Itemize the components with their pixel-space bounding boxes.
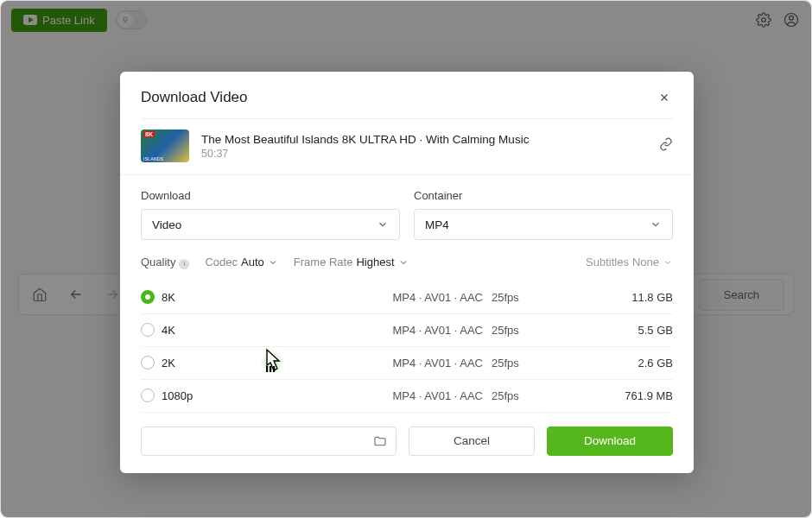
quality-row[interactable]: 2KMP4 · AV01 · AAC25fps2.6 GB — [141, 347, 673, 380]
close-icon — [658, 92, 670, 104]
quality-row[interactable]: 4KMP4 · AV01 · AAC25fps5.5 GB — [141, 314, 673, 347]
cancel-button[interactable]: Cancel — [409, 426, 535, 456]
container-select-label: Container — [414, 189, 673, 202]
subtitles-filter-label: Subtitles — [586, 256, 629, 268]
download-modal: Download Video The Most Beautiful Island… — [120, 72, 694, 473]
video-info-row: The Most Beautiful Islands 8K ULTRA HD ·… — [120, 119, 694, 174]
quality-fps: 25fps — [492, 357, 578, 370]
fps-filter[interactable]: Frame Rate Highest — [294, 256, 409, 268]
video-title: The Most Beautiful Islands 8K ULTRA HD ·… — [201, 133, 647, 146]
download-type-value: Video — [152, 218, 181, 231]
modal-title: Download Video — [141, 89, 248, 106]
video-duration: 50:37 — [201, 148, 647, 160]
modal-footer: Cancel Download — [120, 413, 694, 473]
radio-button[interactable] — [141, 290, 155, 304]
quality-fps: 25fps — [492, 389, 578, 402]
quality-label: 4K — [162, 324, 371, 337]
controls-row: Download Video Container MP4 — [120, 175, 694, 240]
quality-codec: MP4 · AV01 · AAC — [371, 357, 492, 370]
subtitles-filter-value: None — [632, 256, 659, 268]
folder-icon — [373, 434, 387, 448]
download-type-select[interactable]: Video — [141, 209, 400, 240]
quality-codec: MP4 · AV01 · AAC — [371, 291, 492, 304]
download-select-label: Download — [141, 189, 400, 202]
quality-row[interactable]: 8KMP4 · AV01 · AAC25fps11.8 GB — [141, 281, 673, 314]
video-thumbnail — [141, 130, 189, 162]
close-button[interactable] — [656, 89, 673, 106]
container-value: MP4 — [425, 218, 449, 231]
codec-filter-label: Codec — [205, 256, 238, 268]
quality-label: 8K — [162, 291, 371, 304]
chevron-down-icon — [650, 218, 662, 231]
quality-list: 8KMP4 · AV01 · AAC25fps11.8 GB4KMP4 · AV… — [120, 281, 694, 413]
info-icon: i — [179, 259, 189, 269]
quality-codec: MP4 · AV01 · AAC — [371, 324, 492, 337]
chevron-down-icon — [663, 257, 673, 268]
quality-label: 2K — [162, 357, 371, 370]
quality-size: 5.5 GB — [578, 324, 673, 337]
radio-button[interactable] — [141, 388, 155, 402]
fps-filter-label: Frame Rate — [294, 256, 353, 268]
filter-row: Qualityi Codec Auto Frame Rate Highest S… — [120, 240, 694, 281]
link-icon — [659, 137, 673, 151]
chevron-down-icon — [377, 218, 389, 231]
quality-filter-label: Qualityi — [141, 256, 189, 269]
quality-row[interactable]: 1080pMP4 · AV01 · AAC25fps761.9 MB — [141, 380, 673, 413]
chevron-down-icon — [268, 257, 278, 268]
quality-fps: 25fps — [492, 324, 578, 337]
quality-size: 761.9 MB — [578, 389, 673, 402]
subtitles-filter[interactable]: Subtitles None — [586, 256, 673, 268]
quality-size: 2.6 GB — [578, 357, 673, 370]
codec-filter-value: Auto — [241, 256, 264, 268]
app-window: Paste Link Search — [0, 0, 812, 518]
quality-codec: MP4 · AV01 · AAC — [371, 389, 492, 402]
quality-label: 1080p — [162, 389, 371, 402]
fps-filter-value: Highest — [356, 256, 394, 268]
chevron-down-icon — [398, 257, 409, 268]
radio-button[interactable] — [141, 356, 155, 370]
radio-button[interactable] — [141, 323, 155, 337]
codec-filter[interactable]: Codec Auto — [205, 256, 277, 268]
quality-size: 11.8 GB — [578, 291, 673, 304]
download-button[interactable]: Download — [547, 426, 673, 456]
container-select[interactable]: MP4 — [414, 209, 673, 240]
quality-fps: 25fps — [492, 291, 578, 304]
copy-link-button[interactable] — [659, 137, 673, 155]
save-path-input[interactable] — [141, 426, 396, 456]
